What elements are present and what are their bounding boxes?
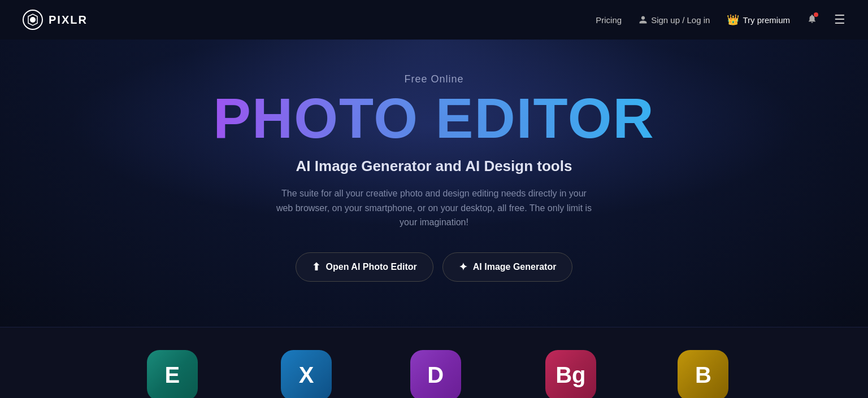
- pixlr-logo-icon: [23, 10, 43, 30]
- app-item-d[interactable]: D Pixlr Designer Template & Animate: [403, 350, 468, 398]
- pricing-link[interactable]: Pricing: [596, 15, 622, 25]
- open-editor-label: Open AI Photo Editor: [326, 262, 417, 272]
- hero-buttons: ⬆ Open AI Photo Editor ✦ AI Image Genera…: [296, 252, 573, 282]
- signin-label: Sign up / Log in: [651, 15, 710, 25]
- app-icon: X: [281, 350, 332, 398]
- svg-point-1: [30, 17, 36, 23]
- ai-generator-label: AI Image Generator: [473, 262, 557, 272]
- notifications-button[interactable]: [807, 14, 817, 26]
- app-item-bg[interactable]: Bg Remove bg AI Background Erase: [536, 350, 605, 398]
- app-icon: Bg: [545, 350, 596, 398]
- app-item-x[interactable]: X Pixlr Express AI Photo Editor: [277, 350, 335, 398]
- hero-description: The suite for all your creative photo an…: [276, 186, 592, 230]
- nav-right: Pricing Sign up / Log in 👑 Try premium ☰: [596, 12, 845, 27]
- app-item-b[interactable]: B Batch Editor Bulk Photo Editing: [673, 350, 733, 398]
- navbar: PIXLR Pricing Sign up / Log in 👑 Try pre…: [0, 0, 868, 40]
- app-icon: D: [410, 350, 461, 398]
- logo[interactable]: PIXLR: [23, 10, 88, 30]
- signin-button[interactable]: Sign up / Log in: [639, 15, 710, 25]
- app-icon: B: [678, 350, 728, 398]
- crown-icon: 👑: [727, 14, 739, 26]
- hero-title: PHOTO EDITOR: [213, 90, 655, 146]
- user-icon: [639, 15, 648, 24]
- notification-dot: [814, 12, 818, 17]
- ai-generator-button[interactable]: ✦ AI Image Generator: [442, 252, 573, 282]
- upload-icon: ⬆: [312, 261, 320, 273]
- hero-ai-subtitle: AI Image Generator and AI Design tools: [296, 158, 572, 175]
- hero-section: Free Online PHOTO EDITOR AI Image Genera…: [0, 40, 868, 327]
- logo-text: PIXLR: [49, 14, 88, 27]
- app-item-e[interactable]: E Pixlr Editor Advanced Photo Editor: [134, 350, 210, 398]
- apps-section: E Pixlr Editor Advanced Photo Editor X P…: [0, 327, 868, 398]
- hamburger-menu[interactable]: ☰: [834, 12, 845, 27]
- open-editor-button[interactable]: ⬆ Open AI Photo Editor: [296, 252, 433, 282]
- premium-label: Try premium: [743, 15, 790, 25]
- hero-subtitle: Free Online: [404, 73, 463, 85]
- premium-button[interactable]: 👑 Try premium: [727, 14, 790, 26]
- app-icon: E: [147, 350, 198, 398]
- ai-star-icon: ✦: [459, 261, 467, 273]
